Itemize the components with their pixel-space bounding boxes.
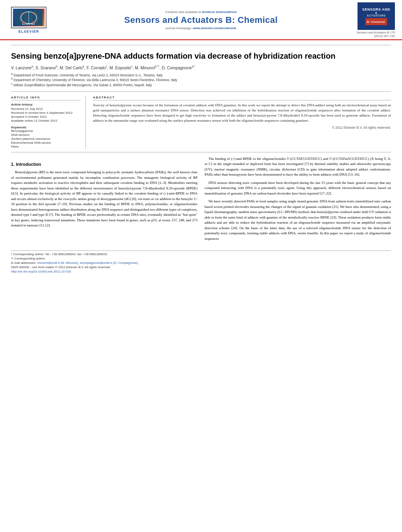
svg-text:ELSEVIER: ELSEVIER	[22, 23, 35, 25]
accepted-date: Accepted 3 October 2012	[11, 115, 81, 119]
body-left-col: 1. Introduction Benzo[a]pyrene (BP) is t…	[11, 156, 198, 245]
journal-title: Sensors and Actuators B: Chemical	[54, 15, 348, 25]
received-revised-date: Received in revised form 4 September 201…	[11, 111, 81, 115]
abstract-text: Toxicity of benzo[a]pyrene occurs becaus…	[93, 103, 391, 123]
sciverse-text: Contents lists available at	[165, 10, 201, 14]
corresponding-note-1: * Corresponding author. Tel.: +39 086126…	[11, 252, 391, 256]
section1-number: 1.	[11, 162, 15, 167]
doi-link[interactable]: http://dx.doi.org/10.1016/j.snb.2012.10.…	[11, 270, 71, 273]
elsevier-logo-section: ELSEVIER ELSEVIER	[7, 7, 50, 33]
body-right-col: The binding of (+)-anti-BPDE to the olig…	[205, 156, 391, 245]
affil-a: a Department of Food Sciences, Universit…	[11, 72, 391, 77]
abstract-column: ABSTRACT Toxicity of benzo[a]pyrene occu…	[93, 96, 391, 149]
body-para-2: The binding of (+)-anti-BPDE to the olig…	[205, 156, 391, 178]
journal-logo: SENSORS AND & ACTUATORS B: Chemical	[358, 2, 395, 30]
email-1[interactable]: minunni@unifi.it (M. Minunni),	[37, 261, 79, 265]
received-date: Received 12 July 2012	[11, 107, 81, 111]
authors-line: V. Lanzonea, S. Scaranob, M. Del Carloa,…	[11, 65, 391, 70]
journal-header: ELSEVIER ELSEVIER Contents lists availab…	[0, 0, 402, 40]
logo-bot-text: ACTUATORS	[367, 14, 386, 17]
email-2[interactable]: dcompagnone@unite.it (D. Compagnone).	[80, 261, 139, 265]
journal-homepage-link[interactable]: www.elsevier.com/locate/snb	[193, 26, 236, 30]
corresponding-note-2: ** Corresponding author.	[11, 257, 391, 260]
affil-b: b Department of Chemistry, University of…	[11, 77, 391, 82]
page: ELSEVIER ELSEVIER Contents lists availab…	[0, 0, 402, 532]
doi-line: http://dx.doi.org/10.1016/j.snb.2012.10.…	[11, 270, 391, 273]
section1-title: Introduction	[16, 162, 41, 167]
email-label: E-mail addresses:	[11, 261, 36, 265]
sciverse-line: Contents lists available at SciVerse Sci…	[54, 10, 348, 14]
available-date: Available online 12 October 2012	[11, 119, 81, 122]
elsevier-image: ELSEVIER	[13, 9, 44, 26]
journal-logo-section: SENSORS AND & ACTUATORS B: Chemical Sens…	[352, 2, 395, 38]
article-info-heading: ARTICLE INFO	[11, 96, 81, 100]
keyword-2: DNA sensors	[11, 133, 81, 137]
article-history: Article history: Received 12 July 2012 R…	[11, 103, 81, 122]
email-notes: E-mail addresses: minunni@unifi.it (M. M…	[11, 261, 391, 265]
body-para-4: We have recently detected PAHs in food s…	[205, 199, 391, 241]
logo-top-text: SENSORS AND	[362, 7, 390, 11]
keyword-1: Benzo[a]pyrene	[11, 129, 81, 133]
logo-ampersand: &	[375, 11, 378, 14]
abstract-heading: ABSTRACT	[93, 96, 391, 100]
footer-notes: * Corresponding author. Tel.: +39 086126…	[11, 250, 391, 273]
journal-title-section: Contents lists available at SciVerse Sci…	[50, 10, 352, 30]
affil-c: c Istituto Zooprofilattico Sperimentale …	[11, 82, 391, 87]
article-info-abstract: ARTICLE INFO Article history: Received 1…	[11, 96, 391, 152]
journal-homepage: journal homepage: www.elsevier.com/locat…	[54, 26, 348, 30]
article-content: Sensing benzo[a]pyrene-DNA adducts forma…	[0, 40, 402, 273]
body-para-1: Benzo[a]pyrene (BP) is the most toxic co…	[11, 170, 198, 228]
body-para-3: DNA sensors detecting toxic compounds ha…	[205, 180, 391, 196]
article-title: Sensing benzo[a]pyrene-DNA adducts forma…	[11, 45, 391, 61]
keyword-4: Electrochemical DNA sensor	[11, 141, 81, 145]
article-info-column: ARTICLE INFO Article history: Received 1…	[11, 96, 86, 149]
keywords-label: Keywords:	[11, 126, 81, 129]
body-two-col: 1. Introduction Benzo[a]pyrene (BP) is t…	[11, 156, 391, 245]
section1-heading: 1. Introduction	[11, 161, 198, 168]
svg-text:B: Chemical: B: Chemical	[367, 20, 385, 23]
sciverse-link[interactable]: SciVerse ScienceDirect	[202, 10, 237, 14]
elsevier-label: ELSEVIER	[19, 30, 39, 33]
keywords-section: Keywords: Benzo[a]pyrene DNA sensors Sur…	[11, 126, 81, 148]
volume-info: Sensors and Actuators B 179 (2013) 187–1…	[352, 31, 395, 38]
copyright-line: © 2012 Elsevier B.V. All rights reserved…	[93, 126, 391, 130]
keyword-3: Surface plasmon resonance	[11, 137, 81, 141]
elsevier-box: ELSEVIER	[11, 7, 46, 28]
history-label: Article history:	[11, 103, 81, 106]
keyword-5: PAHs	[11, 145, 81, 148]
affiliations: a Department of Food Sciences, Universit…	[11, 72, 391, 92]
issn-line: 0925-4005/$ – see front matter © 2012 El…	[11, 265, 391, 269]
